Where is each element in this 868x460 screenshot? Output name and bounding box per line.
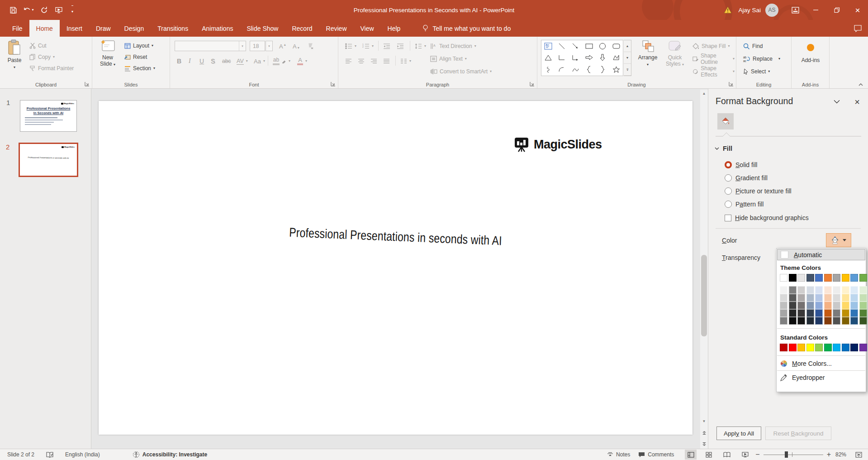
shape-outline-button[interactable]: Shape Outline▾ [691,53,736,64]
shape-freeform-icon[interactable] [612,54,620,61]
find-button[interactable]: Find [742,41,764,52]
start-from-beginning-icon[interactable] [52,3,66,17]
more-colors-item[interactable]: More Colors... [777,358,866,369]
color-swatch[interactable] [780,302,787,309]
comments-toggle[interactable]: Comments [638,451,674,458]
color-swatch[interactable] [797,286,805,294]
tab-animations[interactable]: Animations [195,20,240,37]
italic-button[interactable]: I [187,56,192,67]
increase-font-size-button[interactable]: A▴ [278,41,287,52]
shape-oval-icon[interactable] [599,43,606,50]
undo-dropdown-chevron[interactable]: ▾ [32,8,33,12]
minimize-button[interactable] [806,0,826,20]
zoom-out-button[interactable]: − [755,450,759,459]
shape-textbox-icon[interactable]: A [544,43,552,50]
addins-button[interactable]: Add-ins [798,41,823,64]
slide-indicator[interactable]: Slide 2 of 2 [7,451,34,458]
color-swatch[interactable] [815,302,823,309]
shape-line-icon[interactable] [558,43,565,50]
clipboard-dialog-launcher-icon[interactable] [85,81,90,87]
shape-right-brace-icon[interactable] [600,66,605,73]
tab-slide-show[interactable]: Slide Show [240,20,285,37]
color-swatch[interactable] [789,274,797,282]
tab-transitions[interactable]: Transitions [151,20,195,37]
feedback-bubble-icon[interactable] [854,20,862,37]
color-swatch[interactable] [824,286,832,294]
close-button[interactable]: × [847,0,868,20]
pattern-fill-option[interactable]: Pattern fill [725,201,764,208]
font-dialog-launcher-icon[interactable] [331,81,336,87]
tab-insert[interactable]: Insert [60,20,89,37]
quick-styles-button[interactable]: QuickStyles ▾ [662,39,688,67]
canvas-scrollbar-thumb[interactable] [701,255,707,336]
picture-fill-option[interactable]: Picture or texture fill [725,187,792,195]
copy-button[interactable]: Copy▾ [28,52,56,62]
color-swatch[interactable] [789,302,797,309]
reset-button[interactable]: Reset [123,52,148,62]
language-indicator[interactable]: English (India) [65,451,100,458]
align-center-button[interactable] [356,56,366,67]
color-swatch[interactable] [850,286,858,294]
shapes-gallery[interactable]: A [541,40,623,76]
tab-review[interactable]: Review [319,20,354,37]
color-swatch[interactable] [859,294,867,302]
notes-toggle[interactable]: Notes [607,451,630,458]
gradient-fill-option[interactable]: Gradient fill [725,174,768,182]
shape-down-arrow-icon[interactable] [599,54,606,61]
save-icon[interactable] [6,3,20,17]
fill-section-header[interactable]: Fill [715,145,732,152]
color-swatch[interactable] [850,302,858,309]
tab-help[interactable]: Help [381,20,408,37]
zoom-level[interactable]: 82% [835,451,846,458]
layout-button[interactable]: Layout▾ [123,40,155,51]
customize-qat-icon[interactable]: ▾ [68,3,77,17]
arrange-button[interactable]: Arrange▾ [635,39,660,67]
color-swatch[interactable] [780,344,787,351]
align-text-button[interactable]: Align Text▾ [429,53,468,64]
next-slide-button[interactable] [700,440,708,448]
character-spacing-button[interactable]: AV▾ [235,56,249,67]
zoom-in-button[interactable]: + [827,450,831,459]
color-swatch[interactable] [797,302,805,309]
underline-button[interactable]: U [198,56,205,67]
color-swatch[interactable] [780,294,787,302]
color-swatch[interactable] [797,274,805,282]
color-swatch[interactable] [806,302,814,309]
color-swatch[interactable] [797,294,805,302]
line-spacing-button[interactable]: ▾ [413,41,427,52]
solid-fill-option[interactable]: Solid fill [725,161,757,168]
avatar[interactable]: AS [765,4,778,17]
color-swatch[interactable] [824,317,832,325]
slide-title-text[interactable]: Professional Presentations in seconds wi… [152,220,639,254]
shape-triangle-icon[interactable] [545,54,552,61]
color-swatch[interactable] [815,286,823,294]
color-swatch[interactable] [850,344,858,351]
color-swatch[interactable] [850,294,858,302]
color-swatch[interactable] [789,294,797,302]
color-swatch[interactable] [789,344,797,351]
color-swatch[interactable] [833,286,840,294]
spell-check-icon[interactable] [46,451,53,458]
font-size-dropdown-chevron[interactable]: ▾ [266,41,273,51]
color-swatch[interactable] [780,274,787,282]
font-name-combo[interactable]: ▾ [175,41,246,51]
shapes-gallery-more-icon[interactable]: ⊽ [624,64,631,76]
color-swatch[interactable] [806,294,814,302]
replace-button[interactable]: abac Replace▾ [742,53,782,64]
shape-curve-icon[interactable] [572,66,579,73]
gradient-fill-radio[interactable] [725,174,732,182]
pane-close-icon[interactable]: × [854,97,860,107]
eyedropper-item[interactable]: Eyedropper [777,372,866,383]
color-swatch[interactable] [824,344,832,351]
change-case-button[interactable]: Aa▾ [252,56,266,67]
color-swatch[interactable] [806,317,814,325]
select-button[interactable]: Select▾ [742,66,771,77]
zoom-slider-thumb[interactable] [785,451,788,458]
color-swatch[interactable] [833,344,840,351]
strikethrough-button[interactable]: abc [221,56,232,67]
color-swatch[interactable] [806,274,814,282]
pane-options-chevron-icon[interactable] [834,100,840,104]
slide-2-thumbnail[interactable]: MagicSlides Professional Presentations i… [19,143,78,177]
shapes-scroll-up-icon[interactable]: ▲ [624,40,631,52]
color-swatch[interactable] [859,286,867,294]
